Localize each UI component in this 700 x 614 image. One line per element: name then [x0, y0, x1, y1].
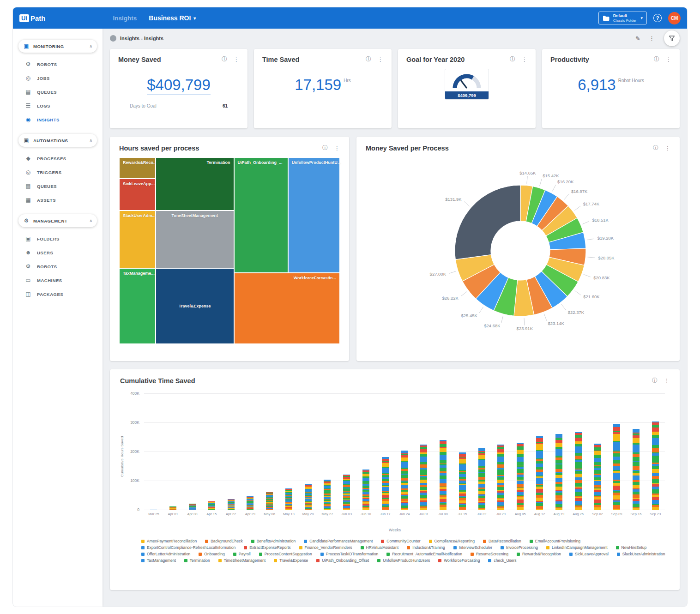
stacked-bar-jun-03[interactable]	[343, 475, 350, 510]
stacked-bar-mar-25[interactable]	[150, 510, 157, 510]
info-icon[interactable]: ⓘ	[652, 377, 658, 385]
money-saved-value[interactable]: $409,799	[147, 76, 211, 95]
nav-insights-label[interactable]: Insights	[113, 15, 137, 22]
legend-item-newhiresetup[interactable]: NewHireSetup	[616, 545, 647, 550]
stacked-bar-sep-23[interactable]	[652, 421, 659, 510]
treemap-block-rewards-reco[interactable]: Rewards&Reco...	[119, 157, 156, 179]
sidebar-section-management[interactable]: ⚙MANAGEMENT∧	[18, 214, 97, 227]
legend-item-extractexpensereports[interactable]: ExtractExpenseReports	[244, 545, 290, 550]
stacked-bar-jul-22[interactable]	[478, 448, 485, 510]
stacked-bar-aug-26[interactable]	[575, 432, 582, 510]
legend-item-exportcontrolcompliance-refreshlocalinformation[interactable]: ExportControlCompliance-RefreshLocalInfo…	[141, 545, 235, 550]
treemap-block-unfollowproducthuntu[interactable]: UnfollowProductHuntU...	[288, 157, 340, 273]
sidebar-item-packages[interactable]: ◫PACKAGES	[13, 287, 103, 301]
info-icon[interactable]: ⓘ	[654, 55, 659, 63]
kebab-icon[interactable]: ⋮	[234, 56, 239, 63]
sidebar-item-machines[interactable]: ▭MACHINES	[13, 273, 103, 287]
sidebar-item-insights[interactable]: ◉INSIGHTS	[13, 113, 103, 126]
legend-item-uipath-onboarding-offset[interactable]: UiPath_Onboarding_Offset	[316, 558, 369, 563]
kebab-icon[interactable]: ⋮	[522, 56, 527, 63]
legend-item-communitycounter[interactable]: CommunityCounter	[381, 539, 420, 543]
sidebar-item-robots[interactable]: ⚙ROBOTS	[13, 57, 103, 71]
info-icon[interactable]: ⓘ	[510, 55, 515, 63]
stacked-bar-may-27[interactable]	[324, 480, 331, 510]
legend-item-resumescreening[interactable]: ResumeScreening	[471, 552, 508, 556]
sidebar-section-automations[interactable]: ▣AUTOMATIONS∧	[18, 134, 97, 147]
help-icon[interactable]: ?	[653, 14, 662, 22]
legend-item-emailaccountprovisioning[interactable]: EmailAccountProvisioning	[530, 539, 580, 543]
legend-item-payroll[interactable]: Payroll	[233, 552, 251, 556]
stacked-bar-aug-19[interactable]	[555, 434, 562, 510]
kebab-icon[interactable]: ⋮	[378, 56, 383, 63]
stacked-bar-may-20[interactable]	[305, 484, 312, 510]
legend-item-travel-expense[interactable]: Travel&Expense	[274, 558, 308, 563]
legend-item-benefitsadministration[interactable]: BenefitsAdministration	[251, 539, 296, 543]
stacked-bar-jul-15[interactable]	[459, 452, 466, 510]
legend-item-processcontentsuggestion[interactable]: ProcessContentSuggestion	[259, 552, 312, 556]
stacked-bar-jun-17[interactable]	[382, 457, 389, 510]
info-icon[interactable]: ⓘ	[322, 144, 328, 152]
uipath-logo[interactable]: Ui Path	[19, 14, 46, 22]
sidebar-item-queues[interactable]: ▤QUEUES	[13, 179, 103, 193]
info-icon[interactable]: ⓘ	[222, 55, 227, 63]
dashboard-selector[interactable]: Business ROI ▾	[149, 14, 196, 22]
stacked-bar-sep-02[interactable]	[594, 444, 601, 510]
legend-item-taxmanagement[interactable]: TaxManagement	[141, 558, 176, 563]
sidebar-item-queues[interactable]: ▤QUEUES	[13, 85, 103, 99]
legend-item-rewards-recognition[interactable]: Rewards&Recognition	[517, 552, 561, 556]
legend-item-timesheetmanagement[interactable]: TimeSheetManagement	[218, 558, 266, 563]
treemap-block-travel-expense[interactable]: Travel&Expense	[156, 268, 234, 344]
sidebar-item-triggers[interactable]: ◎TRIGGERS	[13, 165, 103, 179]
treemap-block-timesheetmanagement[interactable]: TimeSheetManagement	[156, 211, 234, 268]
stacked-bar-jul-01[interactable]	[420, 445, 427, 510]
stacked-bar-aug-12[interactable]	[536, 436, 543, 510]
legend-item-datareconciliation[interactable]: DataReconciliation	[483, 539, 521, 543]
edit-icon[interactable]: ✎	[635, 35, 640, 42]
legend-item-unfollowproducthuntusers[interactable]: UnfollowProductHuntUsers	[377, 558, 430, 563]
info-icon[interactable]: ⓘ	[653, 144, 658, 152]
stacked-bar-apr-08[interactable]	[189, 504, 196, 510]
sidebar-item-assets[interactable]: ▦ASSETS	[13, 193, 103, 207]
legend-item-termination[interactable]: Termination	[184, 558, 210, 563]
stacked-bar-jun-10[interactable]	[362, 470, 369, 510]
stacked-bar-apr-29[interactable]	[247, 496, 253, 510]
sidebar-item-robots[interactable]: ⚙ROBOTS	[13, 259, 103, 273]
sidebar-section-monitoring[interactable]: ▣MONITORING∧	[18, 40, 97, 53]
legend-item-slackuseradministration[interactable]: SlackUserAdministration	[617, 552, 665, 556]
legend-item-linkedincampaignmanagement[interactable]: LinkedInCampaignManagement	[546, 545, 608, 550]
legend-item-compliance-reporting[interactable]: Compliance&Reporting	[429, 539, 475, 543]
legend-item-recruitment-automaticemailnotification[interactable]: Recruitment_AutomaticEmailNotification	[386, 552, 462, 556]
legend-item-check-users[interactable]: check_Users	[488, 558, 516, 563]
treemap-block-sickleaveapp[interactable]: SickLeaveApp...	[119, 179, 156, 211]
sidebar-item-processes[interactable]: ◆PROCESSES	[13, 151, 103, 165]
legend-item-processtaskidtransformation[interactable]: ProcessTaskIDTransformation	[320, 552, 379, 556]
stacked-bar-may-06[interactable]	[266, 492, 273, 510]
avatar[interactable]: CM	[668, 12, 681, 24]
legend-item-sickleaveapproval[interactable]: SickLeaveApproval	[569, 552, 609, 556]
donut-slice-131-9k[interactable]	[455, 185, 520, 259]
kebab-icon[interactable]: ⋮	[664, 378, 670, 384]
stacked-bar-sep-09[interactable]	[613, 424, 620, 510]
treemap-block-termination[interactable]: Termination	[156, 157, 234, 211]
stacked-bar-jul-29[interactable]	[497, 445, 504, 510]
stacked-bar-apr-22[interactable]	[228, 499, 235, 510]
treemap-block-uipath-onboarding[interactable]: UiPath_Onboarding_...	[234, 157, 288, 273]
kebab-icon[interactable]: ⋮	[334, 145, 340, 151]
kebab-icon[interactable]: ⋮	[666, 56, 671, 63]
legend-item-backgroundcheck[interactable]: BackgroundCheck	[205, 539, 242, 543]
treemap-block-workforceforcastin[interactable]: WorkforceForcastin...	[234, 273, 340, 344]
sidebar-item-logs[interactable]: ☰LOGS	[13, 99, 103, 113]
legend-item-amexpaymentreconciliation[interactable]: AmexPaymentReconciliation	[141, 539, 197, 543]
sidebar-item-folders[interactable]: ▣FOLDERS	[13, 232, 103, 246]
treemap-block-slackuseradm[interactable]: SlackUserAdm...	[119, 211, 156, 268]
legend-item-onboarding[interactable]: Onboarding	[199, 552, 224, 556]
legend-item-candidateperformancemanagement[interactable]: CandidatePerformanceManagement	[304, 539, 373, 543]
legend-item-hrvirtualassistant[interactable]: HRVirtualAssistant	[361, 545, 399, 550]
legend-item-finance-vendorreminders[interactable]: Finance_VendorReminders	[299, 545, 352, 550]
sidebar-item-jobs[interactable]: ◎JOBS	[13, 71, 103, 85]
legend-item-workforceforcasting[interactable]: WorkforceForcasting	[438, 558, 480, 563]
stacked-bar-apr-01[interactable]	[169, 506, 176, 510]
stacked-bar-aug-05[interactable]	[517, 443, 524, 510]
folder-selector[interactable]: Default Classic Folder ▾	[598, 12, 647, 24]
goal-gauge-tile[interactable]: $409,799	[445, 69, 489, 100]
